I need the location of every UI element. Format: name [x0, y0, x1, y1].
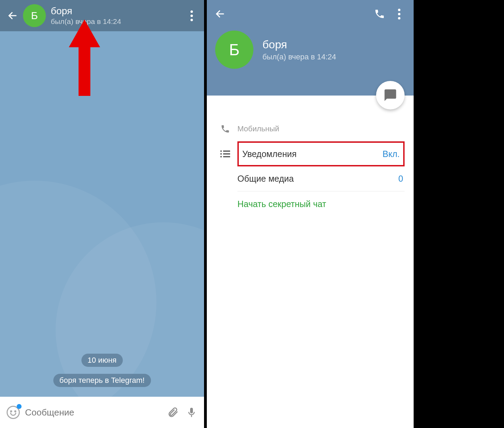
profile-header-texts: боря был(а) вчера в 14:24 [262, 38, 336, 61]
phone-type-label: Мобильный [237, 124, 279, 133]
date-separator: 10 июня [81, 354, 123, 367]
more-vertical-icon [190, 10, 193, 21]
chat-screen: Б боря был(а) вчера в 14:24 10 июня боря… [0, 0, 207, 428]
call-button[interactable] [370, 4, 389, 24]
profile-header: Б боря был(а) вчера в 14:24 [207, 0, 414, 96]
avatar-letter: Б [31, 10, 38, 22]
arrow-left-icon [215, 9, 225, 19]
more-options-button[interactable] [183, 7, 200, 24]
microphone-icon [186, 406, 197, 419]
profile-avatar[interactable]: Б [215, 31, 253, 69]
phone-icon [220, 124, 230, 134]
more-options-button[interactable] [389, 4, 409, 24]
svg-rect-7 [223, 153, 230, 155]
phone-row[interactable]: Мобильный [207, 116, 414, 141]
shared-media-label: Общие медиа [237, 174, 294, 184]
svg-rect-5 [223, 150, 230, 152]
back-button[interactable] [4, 7, 21, 24]
chat-background[interactable]: 10 июня боря теперь в Telegram! [0, 31, 204, 397]
profile-details: Мобильный Уведомления Вкл. Общие медиа [207, 96, 414, 216]
secret-chat-row[interactable]: Начать секретный чат [207, 191, 414, 216]
voice-message-button[interactable] [184, 405, 199, 420]
chat-header[interactable]: Б боря был(а) вчера в 14:24 [0, 0, 204, 31]
profile-status: был(а) вчера в 14:24 [262, 52, 336, 61]
attach-button[interactable] [165, 405, 180, 420]
annotation-arrow-icon [69, 19, 100, 96]
svg-marker-2 [69, 19, 100, 96]
message-input-bar [0, 397, 204, 428]
back-button[interactable] [212, 6, 228, 22]
arrow-left-icon [7, 10, 18, 21]
svg-point-8 [220, 156, 222, 157]
list-icon [220, 150, 230, 158]
svg-point-6 [220, 153, 222, 155]
shared-media-value: 0 [398, 174, 403, 184]
notifications-value: Вкл. [383, 149, 400, 159]
notifications-label: Уведомления [242, 149, 296, 159]
chat-avatar[interactable]: Б [23, 4, 46, 27]
emoji-button[interactable] [5, 404, 22, 421]
secret-chat-label: Начать секретный чат [237, 199, 326, 209]
svg-rect-1 [191, 415, 192, 417]
phone-icon [374, 8, 385, 19]
svg-point-4 [220, 150, 222, 152]
system-message: боря теперь в Telegram! [53, 374, 151, 387]
profile-name: боря [262, 38, 336, 51]
chat-icon [383, 88, 397, 102]
message-fab[interactable] [376, 81, 405, 109]
avatar-letter: Б [229, 40, 239, 59]
message-input[interactable] [25, 407, 162, 418]
paperclip-icon [167, 406, 179, 418]
profile-screen: Б боря был(а) вчера в 14:24 Мобильный [207, 0, 414, 428]
chat-contact-name: боря [51, 6, 183, 17]
notifications-row[interactable]: Уведомления Вкл. [207, 141, 414, 166]
more-vertical-icon [398, 9, 400, 19]
shared-media-row[interactable]: Общие медиа 0 [207, 166, 414, 191]
notification-dot-icon [17, 404, 22, 409]
svg-rect-9 [223, 156, 230, 157]
